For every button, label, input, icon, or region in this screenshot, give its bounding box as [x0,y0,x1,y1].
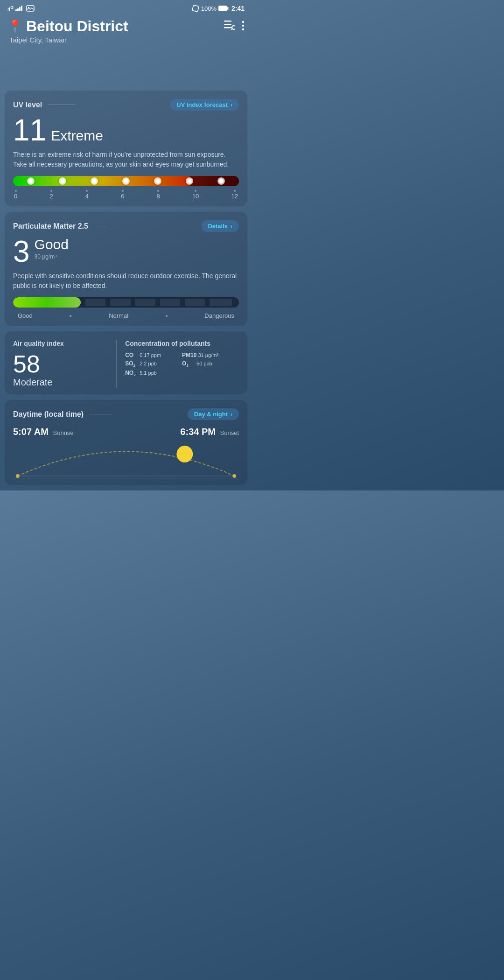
uv-title: UV level [13,101,42,109]
pollutant-co: CO 0.17 ppm [125,352,182,358]
uv-description: There is an extreme risk of harm if you'… [13,150,239,169]
pm-seg3 [135,299,155,306]
pm-section: Particulate Matter 2.5 Details › 3 Good … [5,212,247,326]
aqi-title: Air quality index [13,340,108,347]
pm-value-row: 3 Good 30 μg/m³ [13,237,239,266]
sunset-item: 6:34 PM Sunset [180,427,239,437]
pm-chevron-icon: › [231,223,232,230]
uv-value-row: 11 Extreme [13,115,239,145]
pm-slider [13,297,239,308]
location-list-icon[interactable] [224,21,235,34]
pm-seg1 [85,299,106,306]
uv-level: Extreme [51,128,103,144]
svg-line-9 [231,29,232,30]
daytime-section: Daytime (local time) Day & night › 5:07 … [5,400,247,485]
sunset-time: 6:34 PM [180,427,216,437]
daytime-header: Daytime (local time) Day & night › [13,408,239,420]
rotate-icon [192,5,199,12]
pm-scale-dot2 [166,312,168,319]
location-title: 📍 Beitou District [7,18,128,35]
day-night-link[interactable]: Day & night › [188,408,239,420]
battery-icon [218,6,229,11]
status-right: 100% 2:41 [192,5,245,12]
pollutants-title: Concentration of pollutants [125,340,239,347]
header-icons [224,18,245,34]
sunrise-sunset: 5:07 AM Sunrise 6:34 PM Sunset [13,427,239,437]
sunset-label: Sunset [220,429,239,436]
aqi-level: Moderate [13,377,108,388]
uv-number: 11 [13,115,46,145]
location-name: Beitou District [26,18,128,35]
aqi-number: 58 [13,352,108,376]
status-left: 4G [7,5,35,12]
svg-point-14 [176,446,193,462]
pm-details-link[interactable]: Details › [201,220,239,232]
uv-scale-4: 4 [85,190,89,200]
uv-scale-6: 6 [121,190,124,200]
svg-point-12 [242,28,244,30]
uv-section: UV level UV Index forecast › 11 Extreme … [5,91,247,206]
svg-rect-7 [224,27,231,28]
uv-header: UV level UV Index forecast › [13,99,239,111]
pm-seg4 [160,299,181,306]
pm-header: Particulate Matter 2.5 Details › [13,220,239,232]
pollutant-pm10: PM10 31 μg/m³ [182,352,239,358]
chevron-right-icon: › [231,101,232,108]
location-sub: Taipei City, Taiwan [7,36,128,44]
sun-arc-svg [13,441,239,478]
svg-rect-3 [218,6,227,11]
pm-scale-dot [70,312,71,319]
svg-rect-4 [227,7,229,10]
svg-point-16 [232,474,236,478]
uv-scale: 0 2 4 6 8 10 12 [13,190,239,200]
pin-icon: 📍 [7,19,22,34]
daytime-title: Daytime (local time) [13,410,84,419]
bar2 [17,8,19,11]
pm-seg2 [110,299,131,306]
pm-number: 3 [13,237,30,266]
uv-dot-10 [186,177,193,185]
svg-rect-5 [224,21,231,22]
uv-dot-2 [59,177,66,185]
svg-point-15 [16,474,20,478]
pollutant-so2: SO2 2.2 ppb [125,360,182,368]
pm-scale: Good Normal Dangerous [13,312,239,319]
uv-scale-2: 2 [49,190,53,200]
aqi-section: Air quality index 58 Moderate Concentrat… [5,331,247,394]
bar1 [15,9,17,11]
uv-dot-6 [122,177,130,185]
pm-scale-good: Good [18,312,33,319]
svg-point-11 [242,25,244,27]
sunrise-label: Sunrise [53,429,74,436]
pm-level: Good [35,237,69,252]
uv-scale-10: 10 [192,190,199,200]
pm-seg6 [210,299,232,306]
uv-dot-container [13,177,239,185]
time-label: 2:41 [231,5,245,12]
network-label: 4G [7,5,14,12]
location-info: 📍 Beitou District Taipei City, Taiwan [7,18,128,44]
image-icon [26,5,35,12]
pm-description: People with sensitive conditions should … [13,271,239,291]
header: 📍 Beitou District Taipei City, Taiwan [0,15,252,53]
more-icon[interactable] [242,21,245,34]
uv-forecast-link[interactable]: UV Index forecast › [170,99,239,111]
svg-rect-6 [224,24,231,25]
pm-unit: 30 μg/m³ [35,253,69,260]
sunrise-item: 5:07 AM Sunrise [13,427,74,437]
svg-point-10 [242,21,244,23]
svg-rect-2 [192,5,199,12]
pollutant-no2: NO2 5.1 ppb [125,370,182,377]
pollutants-grid: CO 0.17 ppm PM10 31 μg/m³ SO2 2.2 ppb O3… [125,352,239,378]
uv-scale-8: 8 [157,190,160,200]
signal-bars [15,6,22,11]
battery-label: 100% [201,5,217,12]
status-bar: 4G 100% 2:41 [0,0,252,15]
pollutant-o3: O3 50 ppb [182,360,239,368]
sun-arc-container [13,441,239,478]
uv-dot-0 [27,177,35,185]
uv-dot-12 [217,177,225,185]
pm-scale-normal: Normal [109,312,128,319]
pm-filled-bar [13,297,81,308]
sky-area [0,53,252,91]
